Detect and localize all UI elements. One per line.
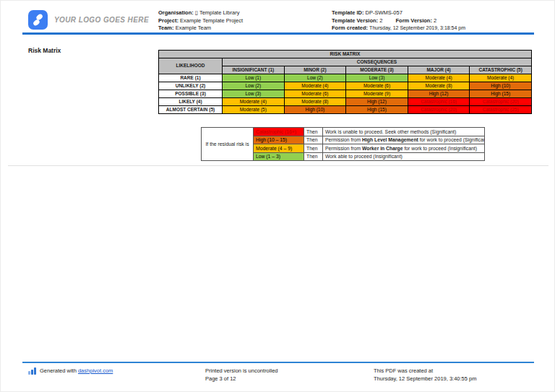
table-row: RARE (1) Low (1) Low (2) Low (3) Moderat… bbox=[159, 74, 532, 82]
risk-cell: Catastrophic (25) bbox=[470, 106, 532, 114]
legend-description: Work able to proceed (Insignificant) bbox=[323, 152, 485, 161]
form-created-value: Thursday, 12 September 2019, 3:18:54 pm bbox=[369, 25, 465, 30]
risk-cell: Moderate (4) bbox=[408, 74, 470, 82]
column-header: MAJOR (4) bbox=[408, 66, 470, 74]
table-row: ALMOST CERTAIN (5) Moderate (5) High (10… bbox=[159, 106, 532, 114]
header-meta-left: Organisation: ▯ Template Library Project… bbox=[158, 9, 243, 32]
desc-bold: Worker in Charge bbox=[362, 146, 403, 151]
legend-row: If the residual risk is Catastrophic (16… bbox=[202, 128, 485, 136]
legend-description: Permission from High Level Management fo… bbox=[323, 136, 485, 144]
footer-generated: Generated with dashpivot.com bbox=[28, 367, 113, 375]
header-meta-right: Template ID: DP-SWMS-057 Template Versio… bbox=[332, 9, 465, 32]
organisation-value: ▯ Template Library bbox=[195, 9, 240, 16]
risk-cell: Catastrophic (20) bbox=[408, 106, 470, 114]
desc-suffix: for work to proceed (Insignificant) bbox=[403, 146, 477, 151]
footer-created: This PDF was created at Thursday, 12 Sep… bbox=[374, 367, 476, 383]
generated-text: Generated with dashpivot.com bbox=[40, 367, 113, 375]
risk-matrix-table: RISK MATRIX LIKELIHOOD CONSEQUENCES INSI… bbox=[158, 50, 532, 114]
column-header: MODERATE (3) bbox=[346, 66, 408, 74]
legend-then: Then bbox=[304, 136, 323, 144]
header-logo-area: YOUR LOGO GOES HERE bbox=[28, 10, 149, 30]
form-version-label: Form Version: bbox=[396, 17, 432, 24]
column-header: CATASTROPHIC (5) bbox=[470, 66, 532, 74]
consequences-header: CONSEQUENCES bbox=[223, 58, 532, 66]
legend-range: High (10 – 15) bbox=[254, 136, 304, 144]
generated-prefix: Generated with bbox=[40, 367, 78, 374]
dashpivot-logo-icon bbox=[28, 10, 48, 30]
form-created-label: Form created: bbox=[332, 25, 368, 31]
likelihood-label: UNLIKELY (2) bbox=[159, 82, 223, 90]
table-row: UNLIKELY (2) Low (2) Moderate (4) Modera… bbox=[159, 82, 532, 90]
desc-prefix: Work is unable to proceed. Seek other me… bbox=[325, 129, 456, 134]
template-id-label: Template ID: bbox=[332, 9, 363, 16]
legend-range: Catastrophic (16+) bbox=[254, 128, 304, 136]
desc-bold: High Level Management bbox=[362, 137, 418, 142]
risk-cell: Moderate (6) bbox=[346, 82, 408, 90]
likelihood-label: POSSIBLE (3) bbox=[159, 90, 223, 98]
matrix-group-header-row: LIKELIHOOD CONSEQUENCES bbox=[159, 58, 532, 66]
table-row: POSSIBLE (3) Low (3) Moderate (6) Modera… bbox=[159, 90, 532, 98]
form-created-row: Form created: Thursday, 12 September 201… bbox=[332, 25, 465, 32]
risk-cell: Moderate (8) bbox=[284, 98, 346, 106]
footer-center: Printed version is uncontrolled Page 3 o… bbox=[205, 367, 278, 383]
desc-prefix: Permission from bbox=[325, 146, 362, 151]
risk-cell: Moderate (8) bbox=[408, 82, 470, 90]
column-header: INSIGNIFICANT (1) bbox=[223, 66, 285, 74]
legend-range: Low (1 – 3) bbox=[254, 152, 304, 161]
likelihood-header: LIKELIHOOD bbox=[159, 58, 223, 74]
team-value: Example Team bbox=[176, 25, 211, 31]
risk-cell: High (15) bbox=[470, 90, 532, 98]
footer-divider-line bbox=[22, 362, 534, 363]
risk-cell: Moderate (6) bbox=[284, 90, 346, 98]
printed-version-text: Printed version is uncontrolled bbox=[205, 367, 278, 375]
legend-condition: If the residual risk is bbox=[202, 128, 254, 161]
legend-then: Then bbox=[304, 128, 323, 136]
content-divider-line bbox=[8, 165, 548, 166]
risk-cell: Low (1) bbox=[223, 74, 285, 82]
risk-cell: High (12) bbox=[408, 90, 470, 98]
residual-risk-legend-table: If the residual risk is Catastrophic (16… bbox=[201, 127, 485, 161]
likelihood-label: LIKELY (4) bbox=[159, 98, 223, 106]
risk-cell: Low (3) bbox=[346, 74, 408, 82]
legend-description: Permission from Worker in Charge for wor… bbox=[323, 144, 485, 153]
template-id-value: DP-SWMS-057 bbox=[366, 9, 403, 16]
page-number: Page 3 of 12 bbox=[205, 375, 278, 383]
created-at-value: Thursday, 12 September 2019, 3:40:55 pm bbox=[374, 375, 476, 383]
risk-cell: High (15) bbox=[346, 106, 408, 114]
legend-then: Then bbox=[304, 144, 323, 153]
template-id-row: Template ID: DP-SWMS-057 bbox=[332, 9, 465, 17]
risk-cell: Catastrophic (20) bbox=[470, 98, 532, 106]
likelihood-label: RARE (1) bbox=[159, 74, 223, 82]
desc-prefix: Work able to proceed (Insignificant) bbox=[325, 154, 403, 159]
template-version-value: 2 bbox=[379, 17, 382, 24]
risk-cell: High (10) bbox=[470, 82, 532, 90]
risk-cell: High (12) bbox=[346, 98, 408, 106]
pdf-page: YOUR LOGO GOES HERE Organisation: ▯ Temp… bbox=[0, 0, 555, 392]
organisation-label: Organisation: bbox=[158, 9, 194, 16]
versions-row: Template Version: 2 Form Version: 2 bbox=[332, 17, 465, 25]
risk-cell: Moderate (4) bbox=[284, 82, 346, 90]
team-row: Team: Example Team bbox=[158, 25, 243, 32]
risk-cell: Moderate (4) bbox=[470, 74, 532, 82]
project-row: Project: Example Template Project bbox=[158, 17, 243, 25]
risk-cell: Moderate (4) bbox=[223, 98, 285, 106]
logo-glyph bbox=[28, 10, 48, 30]
risk-cell: Low (2) bbox=[223, 82, 285, 90]
page-title: Risk Matrix bbox=[28, 47, 61, 54]
matrix-title-row: RISK MATRIX bbox=[159, 51, 532, 58]
form-version-value: 2 bbox=[434, 17, 436, 24]
team-label: Team: bbox=[158, 25, 174, 31]
template-version-label: Template Version: bbox=[332, 17, 378, 24]
header-divider-line bbox=[22, 32, 534, 35]
risk-cell: Low (2) bbox=[284, 74, 346, 82]
table-row: LIKELY (4) Moderate (4) Moderate (8) Hig… bbox=[159, 98, 532, 106]
dashpivot-link[interactable]: dashpivot.com bbox=[78, 367, 113, 374]
risk-cell: Catastrophic (16) bbox=[408, 98, 470, 106]
risk-cell: High (10) bbox=[284, 106, 346, 114]
risk-cell: Moderate (5) bbox=[223, 106, 285, 114]
organisation-row: Organisation: ▯ Template Library bbox=[158, 9, 243, 17]
project-value: Example Template Project bbox=[180, 17, 243, 24]
risk-cell: Low (3) bbox=[223, 90, 285, 98]
created-at-label: This PDF was created at bbox=[374, 367, 476, 375]
risk-cell: Moderate (9) bbox=[346, 90, 408, 98]
